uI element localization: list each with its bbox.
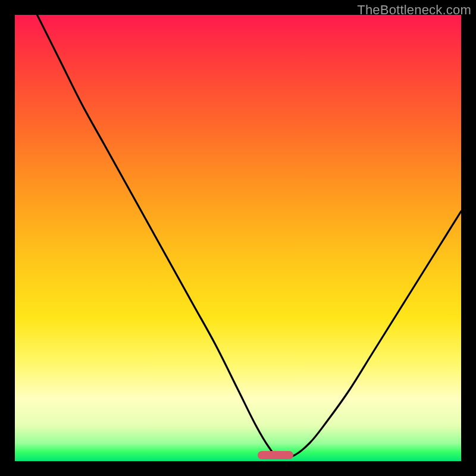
watermark-text: TheBottleneck.com [357, 2, 471, 18]
bottleneck-curve [15, 15, 461, 461]
chart-frame: TheBottleneck.com [0, 0, 476, 476]
optimal-range-marker [258, 451, 293, 459]
plot-area [15, 15, 461, 461]
